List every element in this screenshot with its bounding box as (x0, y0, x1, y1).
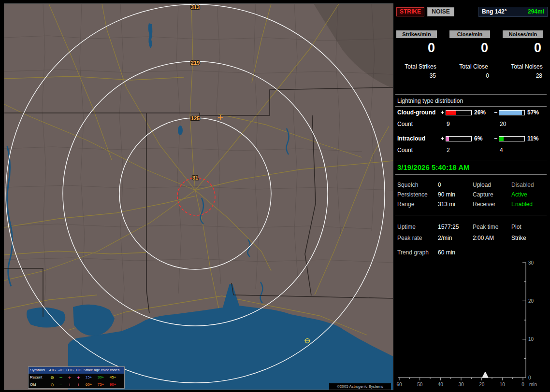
peak-time-label: Peak time (473, 224, 498, 230)
ic-minus-pct: 11% (527, 135, 538, 142)
peak-rate-value: 2/min (438, 235, 452, 241)
close-per-min-value: 0 (449, 41, 499, 56)
cg-plus-bar (446, 110, 472, 115)
settings-row-1: Squelch 0 Upload Disabled (395, 182, 547, 189)
divider (395, 160, 547, 160)
legend-col-+ic: +IC (74, 367, 83, 374)
status-sidebar: STRIKE NOISE Bng 142° 294mi Strikes/min … (395, 0, 550, 392)
plus-sign: + (441, 109, 444, 116)
trend-x-tick: 60 (396, 382, 402, 387)
trend-x-unit: min (529, 382, 537, 387)
total-strikes-value: 35 (395, 72, 446, 79)
age-code-90: 90+ (107, 381, 119, 388)
ic-plus-count: 2 (447, 147, 450, 154)
capture-status: Active (511, 191, 527, 198)
old-pos-cg-icon: + (65, 381, 74, 388)
range-label: Range (397, 201, 414, 208)
strikes-per-min-chip[interactable]: Strikes/min (396, 30, 437, 38)
trend-graph-row: Trend graph 60 min (395, 249, 547, 256)
recent-pos-cg-icon: + (65, 374, 74, 381)
trend-graph: 30 20 10 0 60 50 40 30 20 10 0 min (395, 258, 548, 391)
divider (395, 94, 547, 95)
trend-x-tick: 50 (417, 382, 423, 387)
total-noises-label: Total Noises (502, 63, 550, 70)
lightning-map-panel[interactable]: 313 219 125 31 Symbols -CG -IC +CG +IC S… (4, 3, 393, 390)
receiver-label: Receiver (473, 201, 495, 208)
strike-toggle-button[interactable]: STRIKE (396, 7, 424, 16)
divider (395, 215, 547, 215)
ic-minus-count: 4 (500, 147, 503, 154)
trend-x-tick: 20 (479, 382, 485, 387)
cg-minus-count: 20 (500, 121, 506, 127)
legend-header: Symbols -CG -IC +CG +IC Strike age color… (29, 367, 124, 374)
settings-row-2: Persistence 90 min Capture Active (395, 191, 547, 198)
trend-x-tick: 40 (438, 382, 444, 387)
total-noises-value: 28 (502, 72, 550, 79)
trend-y-tick: 10 (528, 336, 534, 342)
plot-value: Strike (511, 235, 526, 241)
noises-per-min-value: 0 (502, 41, 550, 56)
cloud-ground-row: Cloud-ground + 26% − 57% (395, 109, 547, 116)
trend-x-tick: 0 (521, 382, 524, 387)
lake-small (178, 126, 183, 135)
recent-neg-ic-icon: − (57, 374, 65, 381)
trend-graph-label: Trend graph (397, 249, 429, 256)
trend-x-tick: 10 (500, 382, 506, 387)
cg-minus-pct: 57% (527, 109, 539, 116)
trend-y-tick: 0 (528, 375, 531, 380)
datetime-display: 3/19/2026 5:40:18 AM (397, 163, 470, 171)
cloud-ground-label: Cloud-ground (397, 109, 435, 116)
intracloud-label: Intracloud (397, 135, 425, 142)
cg-minus-bar-fill (499, 111, 522, 115)
ring-label-219: 219 (191, 60, 200, 66)
range-value: 313 mi (438, 201, 455, 208)
age-code-30: 30+ (95, 374, 107, 381)
legend-age-header: Strike age color codes (83, 367, 124, 374)
nexstorm-app: { "colors": { "accent_green": "#00e400",… (0, 0, 550, 392)
lightning-map[interactable]: 313 219 125 31 (4, 4, 393, 390)
age-code-75: 75+ (95, 381, 107, 388)
old-neg-ic-icon: − (57, 381, 65, 388)
bearing-distance: 294mi (528, 7, 544, 16)
plot-label: Plot (511, 224, 521, 230)
trend-window-value: 60 min (438, 249, 455, 256)
cloud-ground-count-row: Count 9 20 (395, 121, 547, 127)
squelch-label: Squelch (397, 182, 418, 188)
legend-old-label: Old (29, 381, 48, 388)
age-code-60: 60+ (83, 381, 95, 388)
stats-row-2: Peak rate 2/min 2:00 AM Strike (395, 235, 547, 242)
bearing-value: Bng 142° (482, 7, 507, 16)
ring-label-313: 313 (191, 4, 200, 10)
persistence-label: Persistence (397, 191, 428, 198)
plus-sign: + (441, 135, 444, 142)
uptime-label: Uptime (397, 224, 416, 230)
ring-label-125: 125 (191, 115, 200, 121)
old-pos-ic-icon: + (74, 381, 83, 388)
ic-plus-bar-fill (446, 137, 449, 141)
old-neg-cg-icon: ⊖ (48, 381, 57, 388)
divider (395, 174, 547, 175)
legend-col--cg: -CG (48, 367, 57, 374)
uptime-value: 1577:25 (438, 224, 459, 230)
stats-row-1: Uptime 1577:25 Peak time Plot (395, 224, 547, 231)
close-per-min-chip[interactable]: Close/min (449, 30, 490, 38)
total-strikes-label: Total Strikes (395, 63, 446, 70)
minus-sign: − (494, 135, 497, 142)
capture-label: Capture (473, 191, 493, 198)
legend-recent-label: Recent (29, 374, 48, 381)
recent-neg-cg-icon: ⊖ (48, 374, 57, 381)
legend-symbols-header: Symbols (29, 367, 48, 374)
peak-rate-label: Peak rate (397, 235, 422, 241)
total-close-value: 0 (449, 72, 499, 79)
persistence-value: 90 min (438, 191, 455, 198)
ring-label-31: 31 (192, 175, 198, 181)
minus-sign: − (494, 109, 497, 116)
cg-plus-count: 9 (447, 121, 450, 127)
upload-status: Disabled (511, 182, 534, 188)
squelch-value: 0 (438, 182, 441, 188)
noises-per-min-chip[interactable]: Noises/min (503, 30, 543, 38)
trend-y-tick: 20 (528, 298, 534, 304)
settings-row-3: Range 313 mi Receiver Enabled (395, 201, 547, 208)
copyright-notice: ©2005 Astrogenic Systems (329, 383, 391, 390)
noise-toggle-button[interactable]: NOISE (427, 7, 454, 16)
